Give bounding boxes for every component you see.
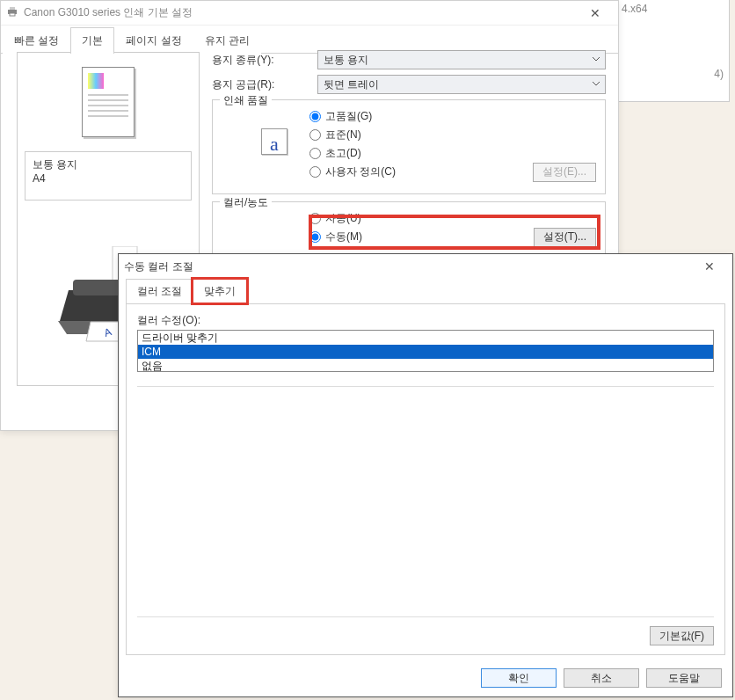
quality-high-radio[interactable] bbox=[309, 111, 321, 122]
tab-quick-setup[interactable]: 빠른 설정 bbox=[3, 27, 70, 54]
print-prefs-titlebar: Canon G3010 series 인쇄 기본 설정 ✕ bbox=[1, 1, 618, 26]
ok-button[interactable]: 확인 bbox=[481, 668, 557, 688]
svg-rect-2 bbox=[10, 13, 15, 16]
color-auto-radio[interactable] bbox=[309, 213, 321, 224]
tab-main[interactable]: 기본 bbox=[70, 27, 114, 54]
color-settings-button[interactable]: 설정(T)... bbox=[534, 228, 596, 247]
separator bbox=[137, 386, 714, 387]
color-correction-label: 컬러 수정(O): bbox=[137, 313, 714, 328]
color-correction-listbox[interactable]: 드라이버 맞추기 ICM 없음 bbox=[137, 330, 714, 372]
manual-color-dialog: 수동 컬러 조절 ✕ 컬러 조절 맞추기 컬러 수정(O): 드라이버 맞추기 … bbox=[118, 253, 733, 697]
tab-page-setup[interactable]: 페이지 설정 bbox=[114, 27, 193, 54]
quality-high-label: 고품질(G) bbox=[325, 109, 372, 124]
matching-tab-body: 컬러 수정(O): 드라이버 맞추기 ICM 없음 기본값(F) bbox=[126, 303, 725, 655]
media-type-value: 보통 용지 bbox=[324, 53, 368, 68]
chevron-down-icon bbox=[591, 54, 601, 64]
preview-size: A4 bbox=[33, 172, 184, 185]
print-prefs-title: Canon G3010 series 인쇄 기본 설정 bbox=[24, 5, 578, 20]
svg-rect-1 bbox=[10, 7, 15, 10]
defaults-button[interactable]: 기본값(F) bbox=[650, 626, 714, 645]
print-quality-legend: 인쇄 품질 bbox=[220, 93, 272, 108]
preview-media: 보통 용지 bbox=[33, 157, 184, 172]
print-quality-group: 인쇄 품질 a 고품질(G) 표준(N) 초고(D) 사용자 정의(C) 설정(… bbox=[212, 99, 606, 194]
quality-draft-radio[interactable] bbox=[309, 148, 321, 159]
tab-matching[interactable]: 맞추기 bbox=[193, 279, 247, 303]
color-intensity-group: 컬러/농도 자동(U) 수동(M) 설정(T)... bbox=[212, 201, 606, 254]
dialog-button-row: 확인 취소 도움말 bbox=[481, 668, 722, 688]
paper-info-box: 보통 용지 A4 bbox=[25, 151, 192, 201]
manual-color-titlebar: 수동 컬러 조절 ✕ bbox=[119, 254, 732, 279]
manual-color-tabs: 컬러 조절 맞추기 bbox=[119, 279, 732, 303]
quality-standard-radio[interactable] bbox=[309, 129, 321, 141]
quality-custom-label: 사용자 정의(C) bbox=[325, 164, 396, 179]
printer-icon bbox=[6, 5, 18, 20]
paper-source-label: 용지 공급(R): bbox=[212, 77, 317, 92]
option-none[interactable]: 없음 bbox=[138, 359, 713, 372]
quality-draft-label: 초고(D) bbox=[325, 146, 361, 161]
bg-version-text: 4.x64 bbox=[622, 3, 647, 15]
media-type-select[interactable]: 보통 용지 bbox=[317, 50, 606, 69]
tab-color-adjust[interactable]: 컬러 조절 bbox=[126, 279, 193, 303]
color-auto-label: 자동(U) bbox=[325, 211, 361, 226]
letter-a-icon: a bbox=[261, 128, 287, 155]
option-icm[interactable]: ICM bbox=[138, 345, 713, 359]
paper-source-value: 뒷면 트레이 bbox=[324, 77, 379, 92]
quality-standard-label: 표준(N) bbox=[325, 128, 361, 142]
chevron-down-icon bbox=[591, 78, 601, 89]
close-icon[interactable]: ✕ bbox=[578, 6, 613, 20]
quality-settings-button: 설정(E)... bbox=[533, 163, 596, 182]
media-type-label: 용지 종류(Y): bbox=[212, 53, 317, 68]
color-manual-label: 수동(M) bbox=[325, 230, 362, 244]
manual-color-title: 수동 컬러 조절 bbox=[124, 259, 692, 274]
help-button[interactable]: 도움말 bbox=[646, 668, 722, 688]
option-driver-matching[interactable]: 드라이버 맞추기 bbox=[138, 331, 713, 345]
paper-source-select[interactable]: 뒷면 트레이 bbox=[317, 75, 606, 94]
close-icon[interactable]: ✕ bbox=[692, 259, 727, 273]
quality-custom-radio[interactable] bbox=[309, 166, 321, 178]
color-manual-radio[interactable] bbox=[309, 231, 321, 243]
cancel-button[interactable]: 취소 bbox=[564, 668, 639, 688]
color-intensity-legend: 컬러/농도 bbox=[220, 195, 272, 210]
page-thumbnail bbox=[82, 67, 135, 137]
